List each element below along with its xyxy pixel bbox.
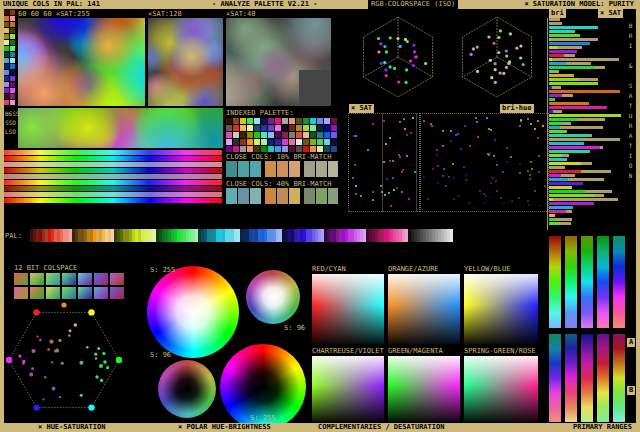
palette-cell: [324, 132, 330, 138]
scatter-dot: [404, 128, 406, 130]
left-palette-tile-column: [4, 10, 17, 106]
scatter-dot: [486, 117, 488, 119]
palette-cell: [268, 132, 274, 138]
palette-cell: [226, 118, 232, 124]
palette-cell: [78, 273, 92, 285]
primary-range-columns-bottom: [549, 334, 625, 422]
palette-cell: [254, 125, 260, 131]
sat-scatter-chip[interactable]: × SAT: [349, 104, 374, 113]
palette-cell: [4, 76, 9, 81]
scatter-dot: [453, 177, 455, 179]
bri-axis-chip[interactable]: bri: [549, 9, 566, 18]
saturation-model-toggle[interactable]: × SATURATION MODEL: PURITY: [524, 0, 634, 9]
close-cols-40-label: CLOSE COLS: 40% BRI-MATCH: [226, 180, 331, 188]
scatter-dot: [388, 192, 390, 194]
palette-cell: [10, 40, 15, 45]
close-cols-40-swatches: [226, 188, 338, 204]
bri-bar: [549, 58, 619, 61]
scatter-dot: [538, 171, 540, 173]
sat-bar: [549, 198, 553, 201]
palette-cell: [254, 118, 260, 124]
scatter-dot: [495, 180, 497, 182]
palette-cell: [4, 28, 9, 33]
pal-strip-slice: [450, 229, 453, 242]
palette-cell: [282, 125, 288, 131]
palette-cell: [275, 132, 281, 138]
palette-cell: [282, 146, 288, 152]
palette-cell: [233, 118, 239, 124]
scatter-dot: [534, 128, 536, 130]
scatter-dot: [385, 143, 387, 145]
palette-cell: [261, 118, 267, 124]
palette-cell: [324, 118, 330, 124]
gradient-column: [581, 236, 593, 328]
palette-cell: [94, 273, 108, 285]
scatter-dot: [381, 191, 383, 193]
scatter-dot: [398, 154, 400, 156]
sat-bar: [549, 18, 550, 21]
scatter-dot: [489, 197, 491, 199]
palette-cell: [317, 139, 323, 145]
scatter-dot: [403, 118, 405, 120]
left-small-label-1: B6SS: [5, 110, 19, 117]
palette-cell: [4, 34, 9, 39]
palette-cell: [317, 146, 323, 152]
palette-cell: [4, 46, 9, 51]
scatter-dot: [392, 160, 394, 162]
scatter-dot: [436, 149, 438, 151]
palette-cell: [4, 94, 9, 99]
scatter-dot: [393, 189, 395, 191]
palette-cell: [233, 132, 239, 138]
palette-cell: [10, 70, 15, 75]
scatter-dot: [540, 205, 542, 207]
scatter-dot: [437, 165, 439, 167]
sat-bar: [549, 202, 594, 205]
close-color-swatch: [277, 161, 288, 177]
palette-cell: [4, 88, 9, 93]
footer-primary-ranges: PRIMARY RANGES: [573, 423, 632, 432]
scatter-dot: [519, 125, 521, 127]
scatter-dot: [488, 154, 490, 156]
indexed-palette-grid: [226, 118, 338, 152]
palette-gradient-strip: [4, 156, 222, 161]
scatter-dot: [392, 177, 394, 179]
palette-cell: [4, 70, 9, 75]
sat-bar: [549, 86, 552, 89]
sat-bar: [549, 162, 581, 165]
palette-cell: [233, 139, 239, 145]
palette-cell: [4, 16, 9, 21]
scatter-dot: [452, 163, 454, 165]
range-chip-a[interactable]: A: [627, 338, 635, 347]
palette-cell: [331, 118, 337, 124]
pal-color-strip: [30, 229, 454, 242]
scatter-dot: [475, 117, 477, 119]
palette-gradient-strip: [4, 150, 222, 155]
footer-hue-saturation[interactable]: × HUE-SATURATION: [38, 423, 105, 432]
range-chip-b[interactable]: B: [627, 386, 635, 395]
sat-scatter-plot: [348, 113, 420, 212]
palette-cell: [247, 132, 253, 138]
sat-bar: [549, 142, 584, 145]
bri-hue-chip[interactable]: bri-hue: [500, 104, 534, 113]
scatter-dot: [506, 147, 508, 149]
palette-cell: [226, 139, 232, 145]
palette-gradient-strip: [4, 186, 222, 191]
sat-bar: [549, 114, 621, 117]
scatter-dot: [507, 202, 509, 204]
sat-axis-chip[interactable]: × SAT: [598, 9, 623, 18]
close-color-swatch: [316, 161, 327, 177]
scatter-dot: [399, 156, 401, 158]
scatter-dot: [401, 171, 403, 173]
palette-cell: [268, 118, 274, 124]
comp-square-chartreuse-violet: [312, 356, 384, 422]
scatter-dot: [406, 155, 408, 157]
sat-bar: [549, 82, 598, 85]
scatter-dot: [414, 171, 416, 173]
palette-gradient-strip: [4, 168, 222, 173]
sat-bar: [549, 210, 566, 213]
palette-cell: [254, 139, 260, 145]
footer-polar-hue-brightness[interactable]: × POLAR HUE-BRIGHTNESS: [178, 423, 271, 432]
palette-cell: [310, 132, 316, 138]
scatter-dot: [460, 148, 462, 150]
scatter-dot: [410, 132, 412, 134]
